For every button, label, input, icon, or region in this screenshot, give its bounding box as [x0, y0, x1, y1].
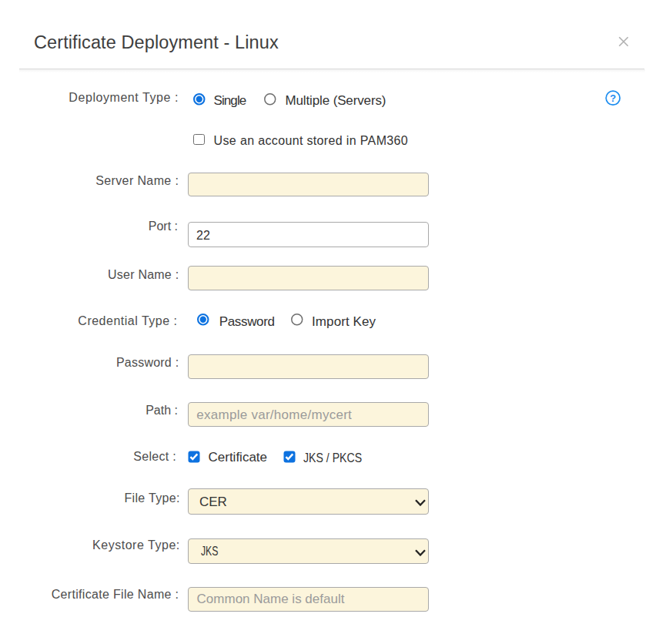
svg-text:?: ?: [610, 92, 616, 103]
